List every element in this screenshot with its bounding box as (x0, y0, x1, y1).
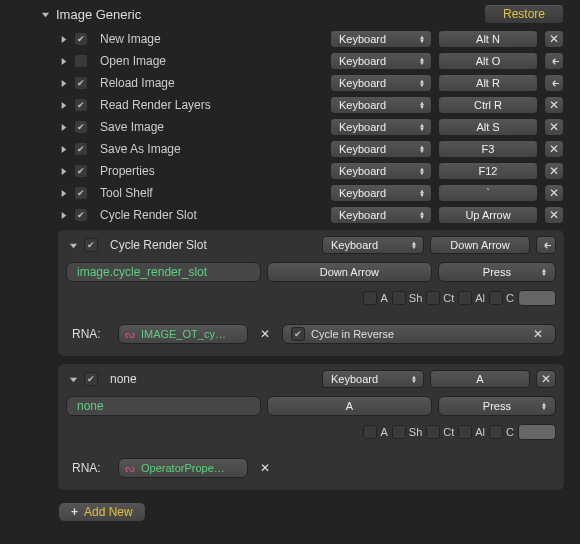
enable-checkbox[interactable] (74, 164, 88, 178)
enable-checkbox[interactable] (74, 54, 88, 68)
updown-icon: ▲▼ (417, 167, 427, 175)
operator-input[interactable]: none (66, 396, 261, 416)
restore-item-button[interactable] (536, 236, 556, 254)
mod-any-checkbox[interactable] (363, 425, 377, 439)
maptype-select[interactable]: Keyboard▲▼ (330, 140, 432, 158)
mod-any-checkbox[interactable] (363, 291, 377, 305)
item-label: Reload Image (94, 76, 324, 90)
mod-ctrl-checkbox[interactable] (426, 425, 440, 439)
disclosure-right-icon[interactable] (58, 34, 68, 44)
delete-item-button[interactable]: ✕ (544, 184, 564, 202)
close-icon[interactable]: ✕ (533, 327, 547, 341)
action-select[interactable]: Press ▲▼ (438, 396, 556, 416)
key-button[interactable]: F12 (438, 162, 538, 180)
disclosure-right-icon[interactable] (58, 56, 68, 66)
reverse-toggle[interactable]: Cycle in Reverse ✕ (282, 324, 556, 344)
clear-rna-button[interactable]: ✕ (256, 325, 274, 343)
rna-label: RNA: (66, 327, 110, 341)
mod-extra-button[interactable] (518, 290, 556, 306)
plus-icon: + (71, 505, 78, 519)
disclosure-right-icon[interactable] (58, 78, 68, 88)
mod-alt-checkbox[interactable] (458, 425, 472, 439)
restore-item-button[interactable] (544, 52, 564, 70)
delete-item-button[interactable]: ✕ (544, 30, 564, 48)
enable-checkbox[interactable] (84, 372, 98, 386)
key-button[interactable]: Alt N (438, 30, 538, 48)
key-button[interactable]: F3 (438, 140, 538, 158)
keymap-item-expanded-1: Cycle Render Slot Keyboard ▲▼ Down Arrow… (58, 230, 564, 356)
restore-item-button[interactable] (544, 74, 564, 92)
rna-field[interactable]: ᔓ OperatorPrope… (118, 458, 248, 478)
key-button[interactable]: Alt S (438, 118, 538, 136)
event-select[interactable]: Down Arrow (267, 262, 432, 282)
item-label: Cycle Render Slot (94, 208, 324, 222)
maptype-select[interactable]: Keyboard▲▼ (330, 74, 432, 92)
enable-checkbox[interactable] (74, 142, 88, 156)
mod-extra-button[interactable] (518, 424, 556, 440)
disclosure-right-icon[interactable] (58, 144, 68, 154)
add-new-button[interactable]: + Add New (58, 502, 146, 522)
rna-icon: ᔓ (125, 462, 135, 475)
disclosure-right-icon[interactable] (58, 166, 68, 176)
disclosure-down-icon[interactable] (68, 240, 78, 250)
disclosure-right-icon[interactable] (58, 100, 68, 110)
delete-item-button[interactable]: ✕ (544, 96, 564, 114)
keymap-row: Tool ShelfKeyboard▲▼`✕ (0, 182, 572, 204)
key-button[interactable]: A (430, 370, 530, 388)
maptype-select[interactable]: Keyboard ▲▼ (322, 370, 424, 388)
maptype-select[interactable]: Keyboard▲▼ (330, 96, 432, 114)
maptype-select[interactable]: Keyboard▲▼ (330, 206, 432, 224)
rna-field[interactable]: ᔓ IMAGE_OT_cy… (118, 324, 248, 344)
maptype-select[interactable]: Keyboard▲▼ (330, 162, 432, 180)
enable-checkbox[interactable] (84, 238, 98, 252)
clear-rna-button[interactable]: ✕ (256, 459, 274, 477)
updown-icon: ▲▼ (417, 123, 427, 131)
mod-shift-checkbox[interactable] (392, 291, 406, 305)
item-label: New Image (94, 32, 324, 46)
key-button[interactable]: ` (438, 184, 538, 202)
delete-item-button[interactable]: ✕ (544, 162, 564, 180)
item-label: Properties (94, 164, 324, 178)
enable-checkbox[interactable] (74, 76, 88, 90)
item-label: Tool Shelf (94, 186, 324, 200)
disclosure-right-icon[interactable] (58, 122, 68, 132)
operator-input[interactable]: image.cycle_render_slot (66, 262, 261, 282)
key-button[interactable]: Down Arrow (430, 236, 530, 254)
enable-checkbox[interactable] (74, 32, 88, 46)
group-title: Image Generic (56, 7, 478, 22)
disclosure-right-icon[interactable] (58, 210, 68, 220)
delete-item-button[interactable]: ✕ (536, 370, 556, 388)
action-select[interactable]: Press ▲▼ (438, 262, 556, 282)
maptype-select[interactable]: Keyboard▲▼ (330, 30, 432, 48)
enable-checkbox[interactable] (74, 98, 88, 112)
mod-alt-checkbox[interactable] (458, 291, 472, 305)
disclosure-down-icon[interactable] (40, 9, 50, 19)
maptype-select[interactable]: Keyboard ▲▼ (322, 236, 424, 254)
restore-button[interactable]: Restore (484, 4, 564, 24)
key-button[interactable]: Up Arrow (438, 206, 538, 224)
delete-item-button[interactable]: ✕ (544, 140, 564, 158)
enable-checkbox[interactable] (74, 186, 88, 200)
item-label: none (104, 372, 316, 386)
enable-checkbox[interactable] (74, 120, 88, 134)
modifier-row: A Sh Ct Al C (64, 286, 558, 306)
maptype-select[interactable]: Keyboard▲▼ (330, 184, 432, 202)
mod-cmd-checkbox[interactable] (489, 291, 503, 305)
mod-cmd-checkbox[interactable] (489, 425, 503, 439)
maptype-select[interactable]: Keyboard▲▼ (330, 118, 432, 136)
key-button[interactable]: Alt R (438, 74, 538, 92)
enable-checkbox[interactable] (74, 208, 88, 222)
disclosure-down-icon[interactable] (68, 374, 78, 384)
keymap-item-expanded-2: none Keyboard ▲▼ A ✕ none A Press ▲▼ A S… (58, 364, 564, 490)
disclosure-right-icon[interactable] (58, 188, 68, 198)
mod-shift-checkbox[interactable] (392, 425, 406, 439)
keymap-row: PropertiesKeyboard▲▼F12✕ (0, 160, 572, 182)
delete-item-button[interactable]: ✕ (544, 118, 564, 136)
delete-item-button[interactable]: ✕ (544, 206, 564, 224)
maptype-select[interactable]: Keyboard▲▼ (330, 52, 432, 70)
key-button[interactable]: Alt O (438, 52, 538, 70)
mod-ctrl-checkbox[interactable] (426, 291, 440, 305)
key-button[interactable]: Ctrl R (438, 96, 538, 114)
event-select[interactable]: A (267, 396, 432, 416)
item-label: Open Image (94, 54, 324, 68)
